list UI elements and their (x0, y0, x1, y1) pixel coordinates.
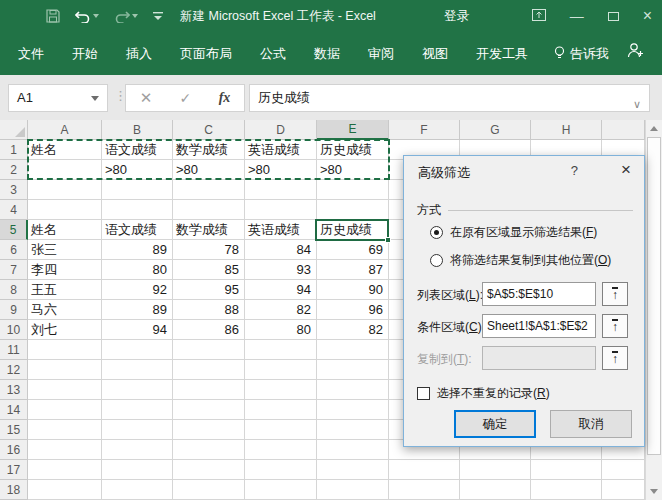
radio-unselected-icon[interactable] (430, 254, 443, 267)
row-header-12[interactable]: 12 (0, 360, 28, 380)
cell-A13[interactable] (28, 380, 102, 400)
cell-C14[interactable] (173, 400, 245, 420)
scroll-up-icon[interactable] (650, 126, 658, 131)
cell-E17[interactable] (317, 460, 389, 480)
cell-C13[interactable] (173, 380, 245, 400)
cell-B7[interactable]: 80 (102, 260, 173, 280)
scroll-down-icon[interactable] (650, 489, 658, 494)
cell-G17[interactable] (460, 460, 531, 480)
cell-C15[interactable] (173, 420, 245, 440)
cell-partial-18[interactable] (602, 480, 645, 500)
cell-A14[interactable] (28, 400, 102, 420)
cell-B17[interactable] (102, 460, 173, 480)
cell-A4[interactable] (28, 200, 102, 220)
unique-records-checkbox[interactable]: 选择不重复的记录(R) (417, 385, 550, 402)
cell-B9[interactable]: 89 (102, 300, 173, 320)
cell-D15[interactable] (245, 420, 317, 440)
cell-D3[interactable] (245, 180, 317, 200)
col-header-A[interactable]: A (28, 120, 102, 140)
row-header-14[interactable]: 14 (0, 400, 28, 420)
cell-G18[interactable] (460, 480, 531, 500)
cell-A17[interactable] (28, 460, 102, 480)
cell-B15[interactable] (102, 420, 173, 440)
col-header-D[interactable]: D (245, 120, 317, 140)
cell-E10[interactable]: 82 (317, 320, 389, 340)
row-header-17[interactable]: 17 (0, 460, 28, 480)
cell-D5[interactable]: 英语成绩 (245, 220, 317, 240)
sign-in-link[interactable]: 登录 (444, 0, 469, 32)
tab-file[interactable]: 文件 (4, 32, 58, 75)
checkbox-icon[interactable] (417, 387, 430, 400)
cell-C9[interactable]: 88 (173, 300, 245, 320)
cell-D12[interactable] (245, 360, 317, 380)
tab-home[interactable]: 开始 (58, 32, 112, 75)
row-header-10[interactable]: 10 (0, 320, 28, 340)
cell-E12[interactable] (317, 360, 389, 380)
cell-F18[interactable] (389, 480, 460, 500)
cell-C18[interactable] (173, 480, 245, 500)
criteria-range-picker-button[interactable]: ↑ (602, 314, 628, 338)
row-header-16[interactable]: 16 (0, 440, 28, 460)
cell-E4[interactable] (317, 200, 389, 220)
name-box-dropdown-icon[interactable] (91, 96, 99, 101)
share-icon[interactable] (626, 42, 644, 62)
cell-E7[interactable]: 87 (317, 260, 389, 280)
cell-C11[interactable] (173, 340, 245, 360)
criteria-range-input[interactable]: Sheet1!$A$1:$E$2 (482, 314, 596, 338)
cell-A6[interactable]: 张三 (28, 240, 102, 260)
minimize-button[interactable]: — (570, 9, 584, 23)
cell-A10[interactable]: 刘七 (28, 320, 102, 340)
cell-E5[interactable]: 历史成绩 (317, 220, 389, 240)
cell-B3[interactable] (102, 180, 173, 200)
cell-A8[interactable]: 王五 (28, 280, 102, 300)
radio-selected-icon[interactable] (430, 226, 443, 239)
row-header-6[interactable]: 6 (0, 240, 28, 260)
close-button[interactable]: × (643, 8, 652, 24)
cell-A3[interactable] (28, 180, 102, 200)
row-header-5[interactable]: 5 (0, 220, 28, 240)
cell-A11[interactable] (28, 340, 102, 360)
col-header-partial[interactable] (602, 120, 645, 140)
cell-C12[interactable] (173, 360, 245, 380)
cell-B11[interactable] (102, 340, 173, 360)
cell-C1[interactable]: 数学成绩 (173, 140, 245, 160)
cell-A16[interactable] (28, 440, 102, 460)
undo-dropdown-icon[interactable] (93, 14, 99, 18)
row-header-13[interactable]: 13 (0, 380, 28, 400)
cell-C10[interactable]: 86 (173, 320, 245, 340)
ok-button[interactable]: 确定 (454, 410, 536, 438)
row-header-9[interactable]: 9 (0, 300, 28, 320)
dialog-help-button[interactable]: ? (571, 163, 578, 178)
expand-formula-bar-icon[interactable]: ∨ (633, 91, 641, 117)
copy-to-picker-button[interactable]: ↑ (602, 346, 628, 370)
cell-C5[interactable]: 数学成绩 (173, 220, 245, 240)
name-box[interactable]: A1 (8, 84, 108, 112)
cell-E13[interactable] (317, 380, 389, 400)
cell-E3[interactable] (317, 180, 389, 200)
cell-E9[interactable]: 96 (317, 300, 389, 320)
cell-E6[interactable]: 69 (317, 240, 389, 260)
tab-data[interactable]: 数据 (300, 32, 354, 75)
cell-B16[interactable] (102, 440, 173, 460)
cell-F17[interactable] (389, 460, 460, 480)
cell-A1[interactable]: 姓名 (28, 140, 102, 160)
cell-E18[interactable] (317, 480, 389, 500)
cell-D14[interactable] (245, 400, 317, 420)
cell-B18[interactable] (102, 480, 173, 500)
ribbon-display-options-icon[interactable] (532, 7, 546, 25)
cell-D17[interactable] (245, 460, 317, 480)
cell-partial-17[interactable] (602, 460, 645, 480)
cell-D1[interactable]: 英语成绩 (245, 140, 317, 160)
cell-D2[interactable]: >80 (245, 160, 317, 180)
cell-H18[interactable] (531, 480, 602, 500)
cell-E16[interactable] (317, 440, 389, 460)
cell-B5[interactable]: 语文成绩 (102, 220, 173, 240)
cell-B6[interactable]: 89 (102, 240, 173, 260)
radio-copy-to-location[interactable]: 将筛选结果复制到其他位置(O) (430, 252, 611, 269)
cell-B10[interactable]: 94 (102, 320, 173, 340)
row-header-3[interactable]: 3 (0, 180, 28, 200)
cell-D18[interactable] (245, 480, 317, 500)
row-header-2[interactable]: 2 (0, 160, 28, 180)
cell-B14[interactable] (102, 400, 173, 420)
cell-E11[interactable] (317, 340, 389, 360)
